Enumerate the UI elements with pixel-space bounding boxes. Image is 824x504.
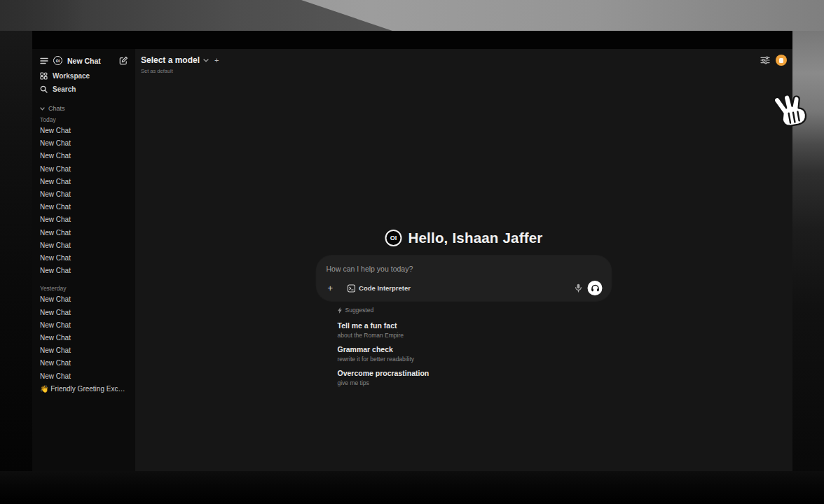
- window-titlebar: [32, 31, 792, 49]
- chat-list-item[interactable]: New Chat: [32, 214, 135, 226]
- workspace-grid-icon: [40, 72, 48, 80]
- sidebar-item-workspace[interactable]: Workspace: [32, 69, 135, 83]
- chat-group-label-yesterday: Yesterday: [32, 282, 135, 293]
- desktop-background-top: [0, 0, 824, 31]
- app-logo-large: OI: [385, 230, 402, 246]
- chat-list-item[interactable]: New Chat: [32, 227, 135, 239]
- chat-list-item[interactable]: New Chat: [32, 125, 135, 137]
- avatar-glyph: [779, 58, 783, 63]
- chat-list-item[interactable]: New Chat: [32, 188, 135, 201]
- chat-list-item[interactable]: New Chat: [32, 293, 135, 306]
- chat-list-item[interactable]: New Chat: [32, 137, 135, 150]
- chat-list-item[interactable]: New Chat: [32, 150, 135, 162]
- suggested-prompt[interactable]: Overcome procrastination give me tips: [338, 369, 612, 386]
- sidebar-item-search[interactable]: Search: [32, 83, 135, 96]
- message-input[interactable]: [327, 265, 603, 273]
- user-avatar[interactable]: [776, 55, 787, 66]
- desktop-background-right: [792, 31, 824, 504]
- model-selector-label: Select a model: [141, 55, 200, 65]
- search-icon: [40, 85, 48, 93]
- search-label: Search: [53, 85, 76, 93]
- sidebar-title: New Chat: [67, 57, 101, 65]
- app-logo: OI: [53, 56, 62, 65]
- main-area: Select a model + Set as default: [135, 49, 792, 471]
- suggested-prompt-subtitle: give me tips: [338, 379, 612, 386]
- suggested-prompt-subtitle: about the Roman Empire: [338, 332, 612, 339]
- sidebar: OI New Chat Workspace: [32, 49, 135, 471]
- welcome-panel: OI Hello, Ishaan Jaffer + Code Interpret…: [317, 230, 612, 386]
- chat-list-item[interactable]: 👋 Friendly Greeting Exchange: [32, 383, 135, 396]
- desktop-background-bottom: [0, 471, 824, 504]
- desktop-background-left: [0, 31, 32, 504]
- chevron-down-icon: [203, 59, 209, 62]
- chat-list-item[interactable]: New Chat: [32, 265, 135, 277]
- chat-list-item[interactable]: New Chat: [32, 319, 135, 332]
- chat-list-item[interactable]: New Chat: [32, 370, 135, 383]
- chat-list-today: New ChatNew ChatNew ChatNew ChatNew Chat…: [32, 125, 135, 277]
- suggested-label: Suggested: [345, 307, 374, 314]
- chat-list-item[interactable]: New Chat: [32, 201, 135, 214]
- greeting-title: Hello, Ishaan Jaffer: [408, 230, 543, 246]
- chat-list-item[interactable]: New Chat: [32, 176, 135, 188]
- message-composer: + Code Interpreter: [317, 255, 612, 301]
- chat-list-item[interactable]: New Chat: [32, 332, 135, 344]
- chat-list-item[interactable]: New Chat: [32, 163, 135, 176]
- new-chat-icon[interactable]: [119, 56, 128, 65]
- suggested-section: Suggested Tell me a fun fact about the R…: [338, 305, 612, 386]
- chat-list-item[interactable]: New Chat: [32, 239, 135, 252]
- suggested-prompt-title: Overcome procrastination: [338, 369, 612, 378]
- code-interpreter-toggle[interactable]: Code Interpreter: [347, 284, 411, 293]
- main-header: Select a model + Set as default: [135, 49, 792, 77]
- terminal-square-icon: [347, 284, 355, 293]
- bolt-icon: [338, 307, 343, 314]
- attach-plus-icon[interactable]: +: [327, 284, 335, 293]
- sidebar-toggle-icon[interactable]: [40, 57, 48, 64]
- settings-sliders-icon[interactable]: [760, 56, 770, 64]
- chats-section-toggle[interactable]: Chats: [32, 103, 135, 113]
- suggested-list: Tell me a fun fact about the Roman Empir…: [338, 321, 612, 386]
- suggested-prompt-title: Grammar check: [338, 345, 612, 354]
- chat-list-item[interactable]: New Chat: [32, 357, 135, 370]
- suggested-prompt[interactable]: Grammar check rewrite it for better read…: [338, 345, 612, 363]
- code-interpreter-label: Code Interpreter: [359, 284, 411, 292]
- chat-list-yesterday: New ChatNew ChatNew ChatNew ChatNew Chat…: [32, 293, 135, 396]
- add-model-icon[interactable]: +: [214, 56, 219, 64]
- chat-list-item[interactable]: New Chat: [32, 307, 135, 319]
- suggested-prompt[interactable]: Tell me a fun fact about the Roman Empir…: [338, 321, 612, 339]
- microphone-icon[interactable]: [575, 284, 582, 293]
- suggested-prompt-subtitle: rewrite it for better readability: [338, 356, 612, 363]
- screen: OI New Chat Workspace: [0, 0, 824, 504]
- app-window: OI New Chat Workspace: [32, 31, 792, 471]
- chat-list-item[interactable]: New Chat: [32, 344, 135, 357]
- voice-call-button[interactable]: [588, 281, 603, 295]
- chat-list-item[interactable]: New Chat: [32, 252, 135, 265]
- chat-group-label-today: Today: [32, 113, 135, 125]
- set-default-link[interactable]: Set as default: [141, 68, 173, 74]
- desktop-background-shape: [0, 0, 84, 31]
- workspace-label: Workspace: [53, 72, 90, 80]
- suggested-prompt-title: Tell me a fun fact: [338, 321, 612, 330]
- chats-section-label: Chats: [48, 105, 65, 112]
- model-selector[interactable]: Select a model +: [141, 55, 219, 65]
- chevron-down-icon: [40, 107, 45, 111]
